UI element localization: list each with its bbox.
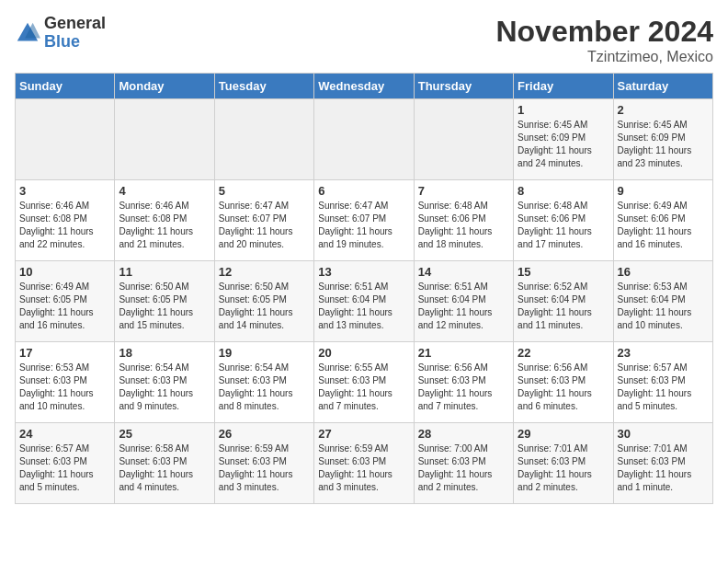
calendar-cell: 5Sunrise: 6:47 AM Sunset: 6:07 PM Daylig…	[214, 180, 313, 261]
month-title: November 2024	[495, 15, 713, 49]
day-number: 17	[19, 346, 110, 360]
day-number: 25	[119, 427, 210, 441]
calendar-cell: 8Sunrise: 6:48 AM Sunset: 6:06 PM Daylig…	[514, 180, 613, 261]
calendar-cell: 10Sunrise: 6:49 AM Sunset: 6:05 PM Dayli…	[16, 261, 115, 342]
day-info: Sunrise: 6:55 AM Sunset: 6:03 PM Dayligh…	[318, 362, 409, 413]
page-header: General Blue November 2024 Tzintzimeo, M…	[15, 15, 713, 65]
day-number: 8	[518, 184, 609, 198]
logo: General Blue	[15, 15, 106, 52]
day-number: 12	[219, 265, 310, 279]
day-info: Sunrise: 6:47 AM Sunset: 6:07 PM Dayligh…	[219, 200, 310, 251]
day-info: Sunrise: 7:01 AM Sunset: 6:03 PM Dayligh…	[518, 442, 609, 494]
weekday-header: Wednesday	[314, 74, 414, 99]
day-info: Sunrise: 6:59 AM Sunset: 6:03 PM Dayligh…	[318, 442, 409, 494]
calendar-cell: 19Sunrise: 6:54 AM Sunset: 6:03 PM Dayli…	[214, 342, 313, 423]
day-number: 28	[418, 427, 509, 441]
calendar-cell: 25Sunrise: 6:58 AM Sunset: 6:03 PM Dayli…	[115, 423, 214, 504]
day-number: 6	[318, 184, 409, 198]
logo-text: General Blue	[44, 15, 106, 52]
calendar-cell: 14Sunrise: 6:51 AM Sunset: 6:04 PM Dayli…	[414, 261, 513, 342]
calendar-cell: 11Sunrise: 6:50 AM Sunset: 6:05 PM Dayli…	[115, 261, 214, 342]
logo-blue: Blue	[44, 32, 80, 51]
day-number: 15	[518, 265, 609, 279]
calendar-week-row: 10Sunrise: 6:49 AM Sunset: 6:05 PM Dayli…	[16, 261, 713, 342]
calendar-cell: 17Sunrise: 6:53 AM Sunset: 6:03 PM Dayli…	[16, 342, 115, 423]
calendar-cell	[16, 99, 115, 180]
day-number: 18	[119, 346, 210, 360]
day-info: Sunrise: 6:57 AM Sunset: 6:03 PM Dayligh…	[19, 442, 110, 494]
day-number: 4	[119, 184, 210, 198]
calendar-cell: 18Sunrise: 6:54 AM Sunset: 6:03 PM Dayli…	[115, 342, 214, 423]
location-title: Tzintzimeo, Mexico	[495, 49, 713, 65]
calendar-cell	[115, 99, 214, 180]
day-number: 5	[219, 184, 310, 198]
day-info: Sunrise: 6:52 AM Sunset: 6:04 PM Dayligh…	[518, 281, 609, 332]
day-number: 23	[618, 346, 709, 360]
day-number: 9	[618, 184, 709, 198]
calendar-cell	[414, 99, 513, 180]
calendar-cell: 7Sunrise: 6:48 AM Sunset: 6:06 PM Daylig…	[414, 180, 513, 261]
logo-general: General	[44, 14, 106, 32]
calendar-cell: 24Sunrise: 6:57 AM Sunset: 6:03 PM Dayli…	[16, 423, 115, 504]
calendar-cell	[314, 99, 414, 180]
calendar-cell: 26Sunrise: 6:59 AM Sunset: 6:03 PM Dayli…	[214, 423, 313, 504]
calendar-cell: 28Sunrise: 7:00 AM Sunset: 6:03 PM Dayli…	[414, 423, 513, 504]
calendar-cell: 6Sunrise: 6:47 AM Sunset: 6:07 PM Daylig…	[314, 180, 414, 261]
weekday-header: Monday	[115, 74, 214, 99]
title-block: November 2024 Tzintzimeo, Mexico	[495, 15, 713, 65]
day-number: 14	[418, 265, 509, 279]
calendar-cell: 15Sunrise: 6:52 AM Sunset: 6:04 PM Dayli…	[514, 261, 613, 342]
calendar-week-row: 24Sunrise: 6:57 AM Sunset: 6:03 PM Dayli…	[16, 423, 713, 504]
calendar-cell: 30Sunrise: 7:01 AM Sunset: 6:03 PM Dayli…	[613, 423, 712, 504]
day-info: Sunrise: 6:56 AM Sunset: 6:03 PM Dayligh…	[518, 362, 609, 413]
weekday-header: Thursday	[414, 74, 513, 99]
calendar-table: SundayMondayTuesdayWednesdayThursdayFrid…	[15, 73, 713, 504]
day-number: 16	[618, 265, 709, 279]
calendar-cell: 4Sunrise: 6:46 AM Sunset: 6:08 PM Daylig…	[115, 180, 214, 261]
day-number: 2	[618, 103, 709, 117]
day-info: Sunrise: 6:53 AM Sunset: 6:04 PM Dayligh…	[618, 281, 709, 332]
calendar-cell: 20Sunrise: 6:55 AM Sunset: 6:03 PM Dayli…	[314, 342, 414, 423]
day-info: Sunrise: 6:59 AM Sunset: 6:03 PM Dayligh…	[219, 442, 310, 494]
weekday-header: Friday	[514, 74, 613, 99]
day-info: Sunrise: 6:49 AM Sunset: 6:06 PM Dayligh…	[618, 200, 709, 251]
calendar-cell: 2Sunrise: 6:45 AM Sunset: 6:09 PM Daylig…	[613, 99, 712, 180]
day-info: Sunrise: 6:46 AM Sunset: 6:08 PM Dayligh…	[119, 200, 210, 251]
day-number: 3	[19, 184, 110, 198]
calendar-cell	[214, 99, 313, 180]
day-info: Sunrise: 6:50 AM Sunset: 6:05 PM Dayligh…	[119, 281, 210, 332]
day-number: 22	[518, 346, 609, 360]
calendar-cell: 29Sunrise: 7:01 AM Sunset: 6:03 PM Dayli…	[514, 423, 613, 504]
day-info: Sunrise: 6:46 AM Sunset: 6:08 PM Dayligh…	[19, 200, 110, 251]
day-info: Sunrise: 6:54 AM Sunset: 6:03 PM Dayligh…	[219, 362, 310, 413]
calendar-cell: 23Sunrise: 6:57 AM Sunset: 6:03 PM Dayli…	[613, 342, 712, 423]
day-number: 19	[219, 346, 310, 360]
logo-icon	[15, 20, 40, 46]
day-info: Sunrise: 6:58 AM Sunset: 6:03 PM Dayligh…	[119, 442, 210, 494]
calendar-cell: 9Sunrise: 6:49 AM Sunset: 6:06 PM Daylig…	[613, 180, 712, 261]
day-info: Sunrise: 6:48 AM Sunset: 6:06 PM Dayligh…	[518, 200, 609, 251]
day-info: Sunrise: 6:50 AM Sunset: 6:05 PM Dayligh…	[219, 281, 310, 332]
day-number: 26	[219, 427, 310, 441]
calendar-cell: 1Sunrise: 6:45 AM Sunset: 6:09 PM Daylig…	[514, 99, 613, 180]
calendar-cell: 3Sunrise: 6:46 AM Sunset: 6:08 PM Daylig…	[16, 180, 115, 261]
calendar-cell: 21Sunrise: 6:56 AM Sunset: 6:03 PM Dayli…	[414, 342, 513, 423]
calendar-week-row: 1Sunrise: 6:45 AM Sunset: 6:09 PM Daylig…	[16, 99, 713, 180]
day-number: 13	[318, 265, 409, 279]
calendar-week-row: 3Sunrise: 6:46 AM Sunset: 6:08 PM Daylig…	[16, 180, 713, 261]
day-info: Sunrise: 6:54 AM Sunset: 6:03 PM Dayligh…	[119, 362, 210, 413]
day-number: 27	[318, 427, 409, 441]
day-info: Sunrise: 6:56 AM Sunset: 6:03 PM Dayligh…	[418, 362, 509, 413]
day-info: Sunrise: 6:45 AM Sunset: 6:09 PM Dayligh…	[618, 119, 709, 170]
calendar-cell: 13Sunrise: 6:51 AM Sunset: 6:04 PM Dayli…	[314, 261, 414, 342]
day-number: 10	[19, 265, 110, 279]
day-number: 21	[418, 346, 509, 360]
calendar-cell: 16Sunrise: 6:53 AM Sunset: 6:04 PM Dayli…	[613, 261, 712, 342]
day-info: Sunrise: 6:51 AM Sunset: 6:04 PM Dayligh…	[318, 281, 409, 332]
calendar-cell: 22Sunrise: 6:56 AM Sunset: 6:03 PM Dayli…	[514, 342, 613, 423]
calendar-cell: 27Sunrise: 6:59 AM Sunset: 6:03 PM Dayli…	[314, 423, 414, 504]
day-number: 1	[518, 103, 609, 117]
day-number: 24	[19, 427, 110, 441]
day-number: 20	[318, 346, 409, 360]
day-info: Sunrise: 6:45 AM Sunset: 6:09 PM Dayligh…	[518, 119, 609, 170]
